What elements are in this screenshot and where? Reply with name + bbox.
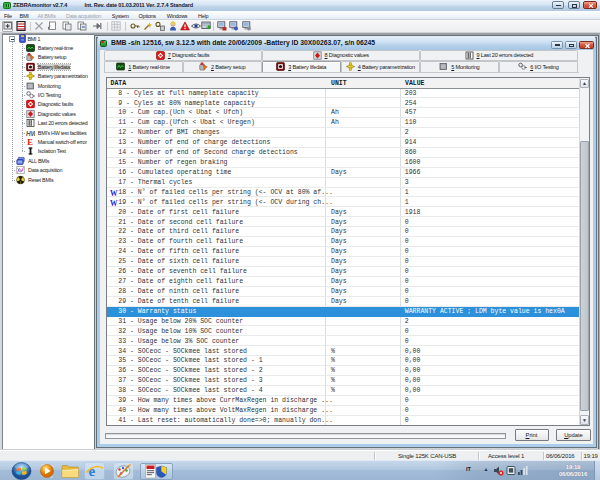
svg-text:HW: HW	[26, 129, 35, 136]
svg-text:e: e	[89, 463, 96, 479]
svg-text:E: E	[27, 137, 33, 146]
